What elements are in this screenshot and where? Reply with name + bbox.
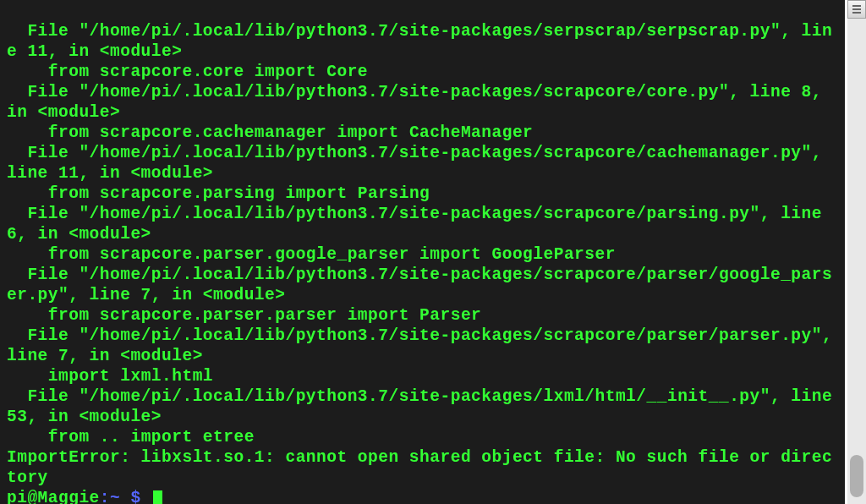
- prompt-host: Maggie: [38, 489, 100, 504]
- scrollbar-track[interactable]: [847, 0, 866, 504]
- traceback-line: File "/home/pi/.local/lib/python3.7/site…: [7, 326, 842, 365]
- prompt-path: ~: [110, 489, 120, 504]
- traceback-line: File "/home/pi/.local/lib/python3.7/site…: [7, 266, 832, 304]
- traceback-line: from .. import etree: [7, 428, 255, 446]
- hamburger-icon: [852, 5, 861, 14]
- prompt-user: pi: [7, 489, 27, 504]
- prompt-dollar: $: [120, 489, 151, 504]
- traceback-line: import lxml.html: [7, 367, 213, 386]
- cursor: [153, 490, 162, 504]
- prompt-at: @: [27, 489, 37, 504]
- error-line: ImportError: libxslt.so.1: cannot open s…: [7, 448, 832, 487]
- traceback-line: from scrapcore.parsing import Parsing: [7, 184, 430, 203]
- traceback-line: from scrapcore.core import Core: [7, 63, 368, 81]
- shell-prompt[interactable]: pi@Maggie:~ $: [7, 489, 162, 504]
- traceback-line: from scrapcore.parser.parser import Pars…: [7, 306, 481, 325]
- scrollbar-menu-button[interactable]: [847, 0, 866, 19]
- scrollbar-thumb[interactable]: [850, 455, 863, 497]
- traceback-line: File "/home/pi/.local/lib/python3.7/site…: [7, 144, 832, 183]
- traceback-line: File "/home/pi/.local/lib/python3.7/site…: [7, 205, 832, 244]
- prompt-sep: :: [100, 489, 110, 504]
- traceback-line: File "/home/pi/.local/lib/python3.7/site…: [7, 387, 842, 426]
- traceback-line: from scrapcore.parser.google_parser impo…: [7, 245, 616, 264]
- traceback-line: from scrapcore.cachemanager import Cache…: [7, 123, 533, 142]
- traceback-line: File "/home/pi/.local/lib/python3.7/site…: [7, 22, 832, 61]
- terminal-output: File "/home/pi/.local/lib/python3.7/site…: [0, 0, 845, 504]
- terminal-window[interactable]: File "/home/pi/.local/lib/python3.7/site…: [0, 0, 845, 504]
- traceback-line: File "/home/pi/.local/lib/python3.7/site…: [7, 83, 832, 122]
